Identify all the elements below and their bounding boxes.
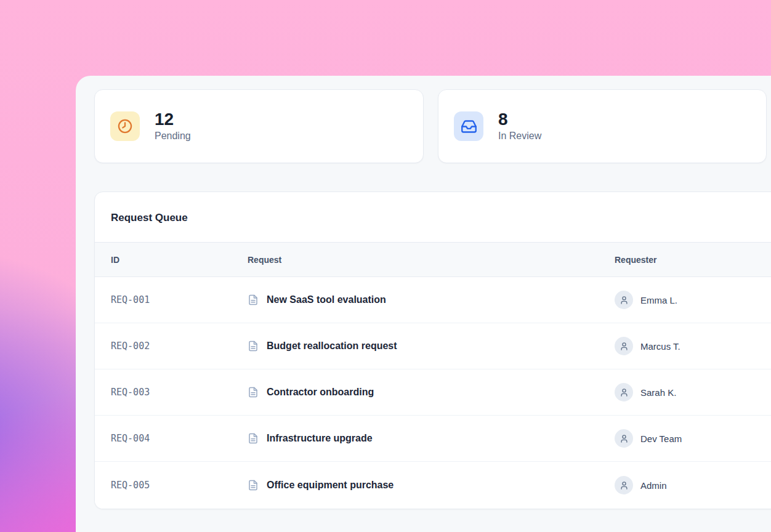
file-text-icon (248, 341, 259, 352)
content-panel: 12 Pending 8 In Review Request Queue ID … (76, 76, 771, 532)
request-id: REQ-004 (111, 433, 248, 444)
column-header-request: Request (248, 255, 615, 265)
table-row[interactable]: REQ-001 New SaaS tool evaluation Emma L. (95, 277, 771, 323)
stats-row: 12 Pending 8 In Review (94, 89, 771, 163)
stat-card-in-review: 8 In Review (438, 89, 767, 163)
user-icon (620, 481, 629, 490)
column-header-id: ID (111, 255, 248, 265)
request-title: Infrastructure upgrade (267, 433, 373, 444)
request-id: REQ-003 (111, 387, 248, 398)
request-title: New SaaS tool evaluation (267, 294, 386, 305)
stat-text: 8 In Review (498, 110, 541, 142)
avatar (615, 383, 633, 401)
table-row[interactable]: REQ-005 Office equipment purchase Admin (95, 462, 771, 509)
in-review-count: 8 (498, 110, 541, 129)
file-text-icon (248, 387, 259, 398)
avatar (615, 429, 633, 448)
inbox-icon (454, 111, 483, 141)
table-row[interactable]: REQ-003 Contractor onboarding Sarah K. (95, 369, 771, 416)
user-icon (620, 342, 629, 351)
user-icon (620, 434, 629, 443)
clock-icon (110, 111, 140, 141)
file-text-icon (248, 480, 259, 491)
stat-text: 12 Pending (155, 110, 191, 142)
request-queue-card: Request Queue ID Request Requester REQ-0… (94, 191, 771, 509)
column-header-requester: Requester (615, 255, 771, 265)
file-text-icon (248, 433, 259, 444)
user-icon (620, 388, 629, 397)
request-queue-title: Request Queue (95, 192, 771, 243)
request-id: REQ-005 (111, 480, 248, 491)
request-title: Budget reallocation request (267, 341, 397, 352)
user-icon (620, 296, 629, 305)
table-header-row: ID Request Requester (95, 243, 771, 277)
table-row[interactable]: REQ-002 Budget reallocation request Marc… (95, 323, 771, 369)
requester-name: Sarah K. (640, 387, 676, 398)
pending-label: Pending (155, 130, 191, 142)
avatar (615, 291, 633, 309)
request-title: Contractor onboarding (267, 387, 374, 398)
requester-name: Admin (640, 480, 667, 491)
table-row[interactable]: REQ-004 Infrastructure upgrade Dev Team (95, 416, 771, 462)
requester-name: Emma L. (640, 295, 677, 305)
requester-name: Dev Team (640, 433, 682, 444)
in-review-label: In Review (498, 130, 541, 142)
requester-name: Marcus T. (640, 341, 680, 352)
request-id: REQ-001 (111, 294, 248, 305)
file-text-icon (248, 294, 259, 305)
request-id: REQ-002 (111, 341, 248, 352)
request-title: Office equipment purchase (267, 480, 394, 491)
avatar (615, 476, 633, 494)
pending-count: 12 (155, 110, 191, 129)
stat-card-pending: 12 Pending (94, 89, 424, 163)
avatar (615, 337, 633, 355)
